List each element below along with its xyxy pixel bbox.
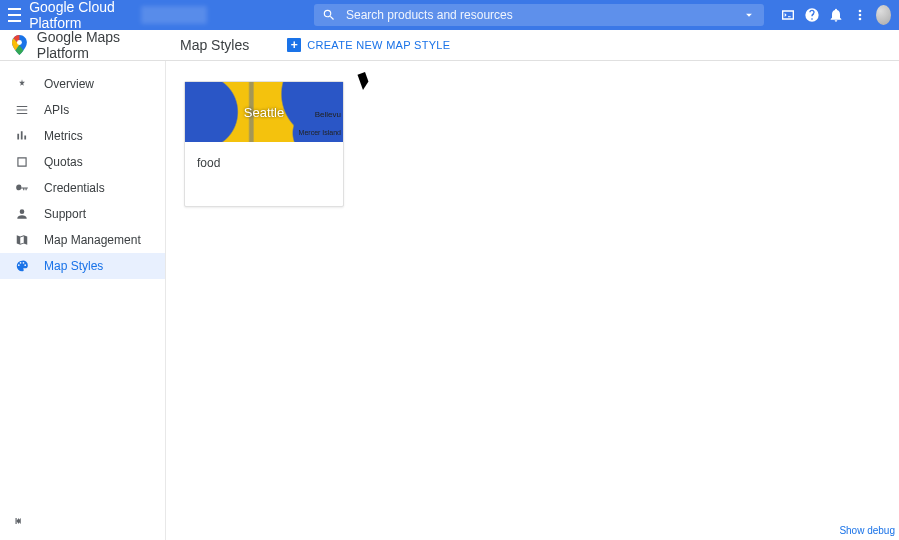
main-content: Seattle Bellevu Mercer Island food	[166, 61, 899, 540]
sidebar-item-label: Overview	[44, 77, 94, 91]
search-input[interactable]: Search products and resources	[314, 4, 764, 26]
thumbnail-label-a: Bellevu	[315, 110, 341, 119]
product-name: Google Maps Platform	[37, 29, 166, 61]
cloud-shell-icon[interactable]	[780, 4, 796, 26]
sidebar-item-apis[interactable]: APIs	[0, 97, 165, 123]
search-icon	[322, 8, 336, 22]
map-style-card[interactable]: Seattle Bellevu Mercer Island food	[184, 81, 344, 207]
sidebar-item-label: Map Styles	[44, 259, 103, 273]
sidebar-item-label: Support	[44, 207, 86, 221]
metrics-icon	[14, 128, 30, 144]
map-icon	[14, 232, 30, 248]
quotas-icon	[14, 154, 30, 170]
top-app-bar: Google Cloud Platform Search products an…	[0, 0, 899, 30]
sidebar-item-label: Quotas	[44, 155, 83, 169]
search-placeholder: Search products and resources	[346, 8, 732, 22]
project-selector[interactable]	[141, 6, 207, 24]
help-icon[interactable]	[804, 4, 820, 26]
cursor-icon	[360, 73, 370, 87]
thumbnail-label-b: Mercer Island	[299, 129, 341, 136]
sidebar-item-support[interactable]: Support	[0, 201, 165, 227]
chevron-left-icon	[12, 514, 26, 528]
sidebar-item-label: Metrics	[44, 129, 83, 143]
show-debug-link[interactable]: Show debug	[839, 525, 895, 536]
sidebar: Overview APIs Metrics Quotas Credentials…	[0, 61, 166, 540]
sidebar-item-label: Map Management	[44, 233, 141, 247]
map-thumbnail: Seattle Bellevu Mercer Island	[185, 82, 343, 142]
sidebar-item-label: Credentials	[44, 181, 105, 195]
key-icon	[14, 180, 30, 196]
product-name-area: Google Maps Platform	[0, 29, 166, 61]
palette-icon	[14, 258, 30, 274]
create-button-label: CREATE NEW MAP STYLE	[307, 39, 450, 51]
svg-point-0	[17, 40, 22, 45]
notifications-icon[interactable]	[828, 4, 844, 26]
sidebar-item-quotas[interactable]: Quotas	[0, 149, 165, 175]
plus-icon: +	[287, 38, 301, 52]
brand-label: Google Cloud Platform	[29, 0, 133, 31]
sidebar-item-credentials[interactable]: Credentials	[0, 175, 165, 201]
thumbnail-city-label: Seattle	[244, 105, 284, 120]
sidebar-item-map-styles[interactable]: Map Styles	[0, 253, 165, 279]
more-icon[interactable]	[852, 4, 868, 26]
collapse-sidebar-button[interactable]	[12, 514, 26, 532]
sidebar-item-label: APIs	[44, 103, 69, 117]
create-map-style-button[interactable]: + CREATE NEW MAP STYLE	[287, 38, 450, 52]
menu-icon[interactable]	[8, 8, 21, 22]
section-header: Google Maps Platform Map Styles + CREATE…	[0, 30, 899, 61]
sidebar-item-map-management[interactable]: Map Management	[0, 227, 165, 253]
avatar[interactable]	[876, 5, 891, 25]
map-style-name: food	[185, 142, 343, 206]
chevron-down-icon[interactable]	[742, 8, 756, 22]
sidebar-item-metrics[interactable]: Metrics	[0, 123, 165, 149]
maps-pin-icon	[12, 35, 27, 55]
sidebar-item-overview[interactable]: Overview	[0, 71, 165, 97]
person-icon	[14, 206, 30, 222]
page-title: Map Styles	[166, 37, 249, 53]
overview-icon	[14, 76, 30, 92]
apis-icon	[14, 102, 30, 118]
